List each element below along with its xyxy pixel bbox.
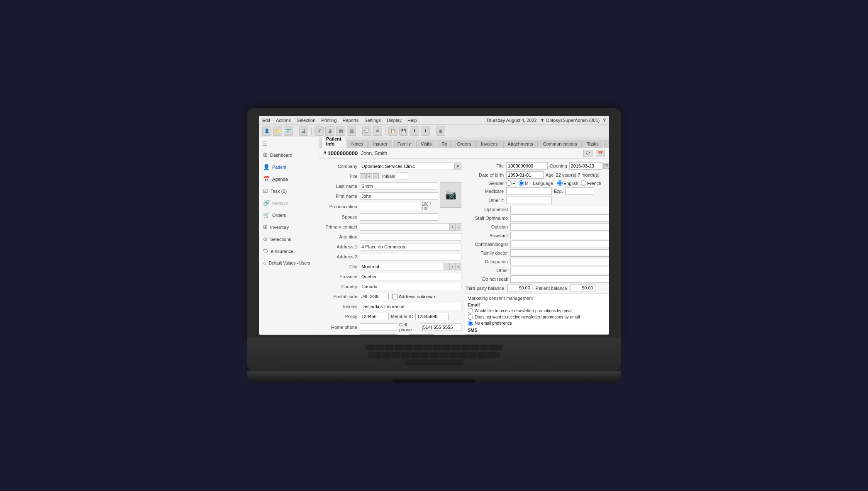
tab-family[interactable]: Family	[393, 140, 415, 148]
sidebar-item-einsurance[interactable]: 🛡 eInsurance	[259, 245, 319, 257]
staff-ophthalmo-input[interactable]	[511, 215, 609, 221]
medicare-input[interactable]	[506, 187, 552, 195]
email-opt1-radio[interactable]	[468, 308, 473, 314]
help-button[interactable]: ?	[603, 118, 606, 123]
title-minus-btn[interactable]: -	[360, 173, 366, 179]
btn-delete[interactable]: 🗑	[436, 126, 445, 136]
sidebar-item-selections[interactable]: ⊙ Selections	[259, 233, 319, 245]
btn-print-id[interactable]: 🖨	[299, 126, 308, 136]
spacebar[interactable]	[405, 360, 463, 365]
btn-mail[interactable]: ✉	[373, 126, 382, 136]
btn-print[interactable]: 🖨	[325, 126, 334, 136]
city-plus-btn[interactable]: +	[449, 263, 455, 270]
tab-communications[interactable]: Communications	[539, 140, 582, 148]
province-input[interactable]	[360, 273, 461, 280]
menu-printing[interactable]: Printing	[321, 118, 336, 123]
title-plus-btn[interactable]: +	[366, 173, 372, 179]
company-dropdown-btn[interactable]: ▼	[454, 163, 461, 170]
policy-input[interactable]	[360, 313, 389, 320]
tab-notes[interactable]: Notes	[347, 140, 368, 148]
btn-download[interactable]: ⬇	[421, 126, 430, 136]
file-input[interactable]	[506, 162, 548, 170]
lang-french-radio[interactable]	[581, 180, 586, 186]
sidebar-item-orders[interactable]: 🛒 Orders	[259, 209, 319, 221]
exp-input[interactable]	[565, 187, 594, 195]
tab-insurer[interactable]: Insurer	[368, 140, 392, 148]
home-phone-input[interactable]	[360, 323, 397, 331]
email-opt3-radio[interactable]	[468, 321, 473, 326]
tab-patient-info[interactable]: Patient Info	[322, 137, 346, 148]
primary-contact-btn2[interactable]: -	[455, 224, 461, 230]
tab-visits[interactable]: Visits	[416, 140, 436, 148]
member-id-input[interactable]	[415, 313, 449, 320]
city-x-btn[interactable]: ×	[455, 263, 461, 270]
do-not-recall-input[interactable]	[511, 276, 609, 282]
sidebar-item-dashboard[interactable]: ⊞ Dashboard	[259, 149, 319, 161]
pronunciation-input[interactable]	[360, 203, 420, 210]
spouse-input[interactable]	[360, 213, 438, 221]
ophthalmologist-input[interactable]	[511, 241, 609, 247]
cell-phone-input[interactable]	[420, 323, 461, 331]
sidebar-item-inventory[interactable]: ⊞ Inventory	[259, 221, 319, 233]
family-doctor-input[interactable]	[511, 250, 609, 256]
btn-save[interactable]: 💾	[399, 126, 408, 136]
menu-settings[interactable]: Settings	[364, 118, 381, 123]
tab-attachments[interactable]: Attachments	[503, 140, 538, 148]
city-dropdown-btn[interactable]: -	[444, 263, 449, 270]
menu-edit[interactable]: Edit	[262, 118, 270, 123]
menu-display[interactable]: Display	[387, 118, 402, 123]
company-input[interactable]	[360, 163, 454, 169]
sidebar-item-task[interactable]: ☑ Task (0)	[259, 185, 319, 197]
email-opt2-radio[interactable]	[468, 314, 473, 320]
primary-contact-input[interactable]	[360, 224, 449, 230]
tab-exams[interactable]: Exams	[604, 140, 609, 148]
other-hash-input[interactable]	[506, 197, 552, 204]
dob-input[interactable]	[506, 171, 544, 179]
address-unknown-checkbox[interactable]	[392, 294, 397, 299]
btn-open-folder[interactable]: 📁	[273, 126, 282, 136]
btn-id-card[interactable]: 🪪	[284, 126, 293, 136]
header-shield-btn[interactable]: 🛡	[583, 150, 592, 157]
tab-rx[interactable]: Rx	[437, 140, 451, 148]
opening-checkbox[interactable]: ☑	[603, 163, 609, 169]
assistant-input[interactable]	[511, 233, 609, 238]
sidebar-item-medsys[interactable]: 🔗 Medsys	[259, 197, 319, 209]
sidebar-item-default-values[interactable]: ○ Default Values - Users	[259, 257, 319, 269]
menu-selection[interactable]: Selection	[297, 118, 315, 123]
postal-input[interactable]	[360, 293, 389, 300]
title-x-btn[interactable]: ×	[373, 173, 379, 179]
sidebar-item-patient[interactable]: 👤 Patient	[259, 161, 319, 173]
tab-tasks[interactable]: Tasks	[583, 140, 603, 148]
sidebar-menu-toggle[interactable]: ☰	[259, 139, 319, 149]
optometrist-input[interactable]	[511, 207, 609, 212]
lastname-input[interactable]	[360, 182, 438, 190]
menu-reports[interactable]: Reports	[343, 118, 359, 123]
header-calendar-btn[interactable]: 📅	[596, 150, 605, 157]
btn-message[interactable]: 💬	[362, 126, 371, 136]
initials-input[interactable]	[396, 173, 408, 180]
btn-upload[interactable]: ⬆	[410, 126, 419, 136]
optician-input[interactable]	[511, 224, 609, 230]
address1-input[interactable]	[360, 243, 461, 250]
gender-f-radio[interactable]	[506, 180, 512, 186]
lang-english-radio[interactable]	[557, 180, 563, 186]
gender-m-radio[interactable]	[519, 180, 524, 186]
btn-print3[interactable]: ▥	[347, 126, 356, 136]
tab-orders[interactable]: Orders	[453, 140, 476, 148]
ext-input[interactable]	[409, 334, 434, 335]
btn-copy[interactable]: 📋	[388, 126, 397, 136]
tab-invoices[interactable]: Invoices	[476, 140, 502, 148]
sidebar-item-agenda[interactable]: 📅 Agenda	[259, 173, 319, 185]
btn-new-patient[interactable]: 👤	[262, 126, 271, 136]
insurer-input[interactable]	[360, 303, 461, 310]
btn-refresh[interactable]: ↺	[315, 126, 324, 136]
other-input[interactable]	[511, 267, 609, 273]
primary-contact-btn1[interactable]: +	[449, 224, 455, 230]
city-input[interactable]	[360, 264, 444, 270]
work-input[interactable]	[360, 334, 397, 335]
btn-print2[interactable]: ▤	[336, 126, 345, 136]
occupation-input[interactable]	[511, 259, 609, 265]
opening-input[interactable]	[569, 162, 602, 170]
attention-input[interactable]	[360, 233, 461, 241]
address2-input[interactable]	[360, 253, 461, 260]
